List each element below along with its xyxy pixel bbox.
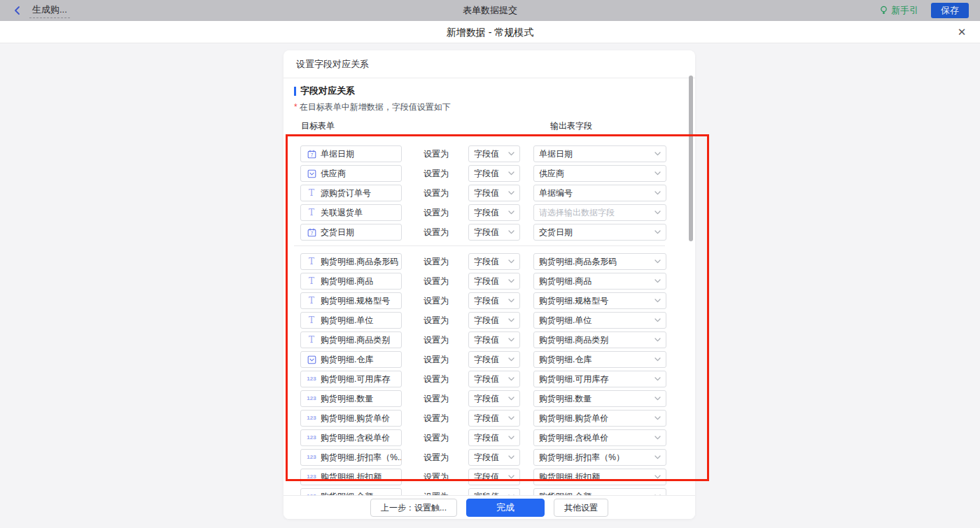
target-field-box: T购货明细.商品 — [300, 273, 402, 290]
value-type-select[interactable]: 字段值 — [468, 449, 520, 466]
output-field-select-text: 单据编号 — [539, 187, 652, 199]
target-field-box: 123购货明细.折扣额 — [300, 469, 402, 485]
output-field-select[interactable]: 购货明细.数量 — [533, 390, 666, 407]
target-field-label: 购货明细.折扣率（%... — [321, 452, 402, 464]
field-mapping-row: 123购货明细.金额设置为字段值购货明细.金额 — [284, 488, 695, 495]
value-type-select[interactable]: 字段值 — [468, 273, 520, 290]
output-field-select[interactable]: 请选择输出数据字段 — [533, 204, 666, 221]
output-field-select[interactable]: 购货明细.商品类别 — [533, 331, 666, 348]
target-field-label: 购货明细.商品条形码 — [321, 256, 398, 268]
set-as-label: 设置为 — [424, 449, 449, 466]
back-icon[interactable] — [13, 6, 22, 15]
value-type-select[interactable]: 字段值 — [468, 390, 520, 407]
chevron-down-icon — [654, 279, 661, 283]
output-field-select-text: 购货明细.商品条形码 — [539, 256, 652, 268]
value-type-select[interactable]: 字段值 — [468, 204, 520, 221]
target-field-box: 供应商 — [300, 165, 402, 182]
output-field-select[interactable]: 交货日期 — [533, 224, 666, 241]
value-type-select[interactable]: 字段值 — [468, 253, 520, 270]
output-field-select[interactable]: 购货明细.含税单价 — [533, 429, 666, 446]
output-field-select[interactable]: 购货明细.商品 — [533, 273, 666, 290]
select-icon — [306, 169, 317, 178]
output-field-select[interactable]: 购货明细.购货单价 — [533, 410, 666, 427]
field-mapping-row: T购货明细.规格型号设置为字段值购货明细.规格型号 — [284, 292, 695, 309]
value-type-select[interactable]: 字段值 — [468, 488, 520, 495]
value-type-select[interactable]: 字段值 — [468, 351, 520, 368]
chevron-down-icon — [654, 230, 661, 234]
output-field-select[interactable]: 购货明细.商品条形码 — [533, 253, 666, 270]
save-button[interactable]: 保存 — [931, 3, 969, 18]
value-type-select[interactable]: 字段值 — [468, 312, 520, 329]
value-type-select-text: 字段值 — [474, 373, 505, 385]
previous-step-button[interactable]: 上一步：设置触... — [370, 499, 457, 517]
calendar-icon: 7 — [306, 228, 317, 237]
field-mapping-row: 123购货明细.可用库存设置为字段值购货明细.可用库存 — [284, 371, 695, 387]
value-type-select[interactable]: 字段值 — [468, 371, 520, 387]
close-icon[interactable]: ✕ — [955, 25, 969, 39]
scrollbar-thumb[interactable] — [689, 76, 693, 241]
field-mapping-row: 123购货明细.折扣额设置为字段值购货明细.折扣额 — [284, 469, 695, 485]
chevron-down-icon — [508, 397, 514, 401]
value-type-select[interactable]: 字段值 — [468, 410, 520, 427]
target-field-label: 关联退货单 — [321, 207, 363, 219]
section-title-text: 字段对应关系 — [300, 85, 355, 97]
output-field-select-text: 请选择输出数据字段 — [539, 207, 652, 219]
output-field-select-text: 购货明细.商品 — [539, 276, 652, 287]
output-field-select-text: 购货明细.含税单价 — [539, 432, 652, 444]
chevron-down-icon — [508, 436, 514, 440]
done-button[interactable]: 完成 — [466, 499, 545, 517]
value-type-select-text: 字段值 — [474, 295, 505, 307]
column-header-output-fields: 输出表字段 — [550, 120, 592, 132]
field-mapping-row: T购货明细.商品设置为字段值购货明细.商品 — [284, 273, 695, 290]
output-field-select[interactable]: 购货明细.折扣率（%） — [533, 449, 666, 466]
value-type-select-text: 字段值 — [474, 276, 505, 287]
output-field-select-text: 购货明细.购货单价 — [539, 413, 652, 424]
target-field-label: 单据日期 — [321, 148, 354, 160]
value-type-select[interactable]: 字段值 — [468, 224, 520, 241]
value-type-select[interactable]: 字段值 — [468, 145, 520, 162]
target-field-label: 购货明细.含税单价 — [321, 432, 390, 444]
set-as-label: 设置为 — [424, 273, 449, 290]
chevron-down-icon — [654, 357, 661, 362]
value-type-select[interactable]: 字段值 — [468, 469, 520, 485]
value-type-select-text: 字段值 — [474, 393, 505, 405]
output-field-select[interactable]: 购货明细.单位 — [533, 312, 666, 329]
target-field-box: 购货明细.仓库 — [300, 351, 402, 368]
guide-label: 新手引 — [891, 4, 918, 17]
target-field-box: T购货明细.单位 — [300, 312, 402, 329]
value-type-select[interactable]: 字段值 — [468, 185, 520, 201]
chevron-down-icon — [654, 191, 661, 195]
output-field-select-text: 购货明细.商品类别 — [539, 334, 652, 346]
chevron-down-icon — [654, 338, 661, 342]
beginner-guide-link[interactable]: 新手引 — [879, 4, 918, 17]
output-field-select-text: 购货明细.规格型号 — [539, 295, 652, 307]
output-field-select[interactable]: 购货明细.仓库 — [533, 351, 666, 368]
output-field-select[interactable]: 购货明细.规格型号 — [533, 292, 666, 309]
text-icon: T — [306, 336, 317, 344]
text-icon: T — [306, 257, 317, 266]
set-as-label: 设置为 — [424, 371, 449, 387]
section-title: 字段对应关系 — [294, 85, 695, 97]
value-type-select[interactable]: 字段值 — [468, 292, 520, 309]
output-field-select[interactable]: 单据编号 — [533, 185, 666, 201]
other-settings-button[interactable]: 其他设置 — [554, 499, 608, 517]
output-field-select[interactable]: 购货明细.可用库存 — [533, 371, 666, 387]
value-type-select[interactable]: 字段值 — [468, 165, 520, 182]
chevron-down-icon — [654, 171, 661, 176]
output-field-select[interactable]: 单据日期 — [533, 145, 666, 162]
card-content: 字段对应关系 *在目标表单中新增数据，字段值设置如下 目标表单 输出表字段 7单… — [284, 78, 695, 495]
output-field-select[interactable]: 购货明细.折扣额 — [533, 469, 666, 485]
set-as-label: 设置为 — [424, 185, 449, 201]
target-field-box: 123购货明细.可用库存 — [300, 371, 402, 387]
chevron-down-icon — [508, 416, 514, 420]
document-title[interactable]: 生成购... — [29, 3, 70, 18]
value-type-select[interactable]: 字段值 — [468, 331, 520, 348]
chevron-down-icon — [508, 259, 514, 264]
required-asterisk: * — [294, 102, 298, 112]
chevron-down-icon — [508, 357, 514, 362]
output-field-select[interactable]: 购货明细.金额 — [533, 488, 666, 495]
value-type-select[interactable]: 字段值 — [468, 429, 520, 446]
chevron-down-icon — [654, 397, 661, 401]
target-field-box: 123购货明细.含税单价 — [300, 429, 402, 446]
output-field-select[interactable]: 供应商 — [533, 165, 666, 182]
